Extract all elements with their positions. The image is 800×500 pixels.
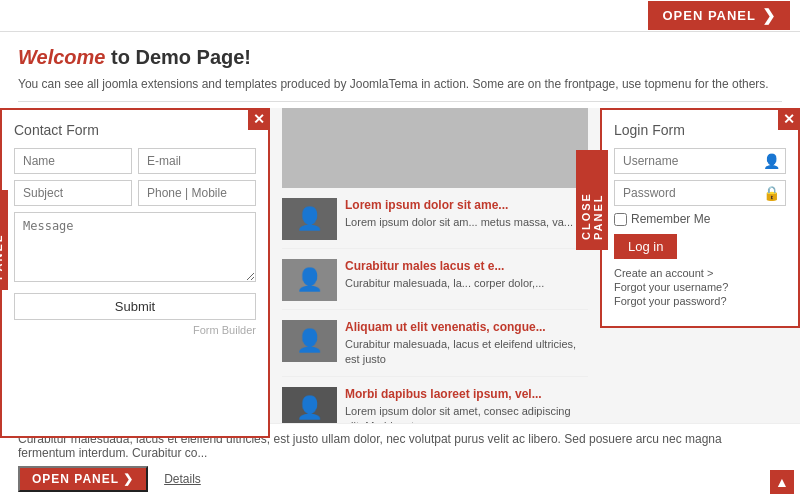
open-panel-button[interactable]: OPEN PANEL ❯ bbox=[648, 1, 790, 30]
welcome-title: Welcome to Demo Page! bbox=[18, 46, 782, 69]
close-panel-right-label: CLOSE PANEL bbox=[580, 160, 604, 240]
news-list: 👤 Lorem ipsum dolor sit ame... Lorem ips… bbox=[282, 198, 588, 444]
news-thumbnail: 👤 bbox=[282, 259, 337, 301]
news-item: 👤 Lorem ipsum dolor sit ame... Lorem ips… bbox=[282, 198, 588, 249]
bottom-open-panel-button[interactable]: OPEN PANEL ❯ bbox=[18, 466, 148, 492]
thumb-image-3: 👤 bbox=[282, 320, 337, 362]
forgot-username-link[interactable]: Forgot your username? bbox=[614, 281, 786, 293]
remember-me-row: Remember Me bbox=[614, 212, 786, 226]
form-builder-link[interactable]: Form Builder bbox=[14, 324, 256, 336]
close-x-icon: ✕ bbox=[253, 111, 265, 127]
page-header: Welcome to Demo Page! You can see all jo… bbox=[0, 32, 800, 108]
contact-form-panel: CLOSE PANEL ✕ Contact Form Submit Form B… bbox=[0, 108, 270, 438]
open-panel-label: OPEN PANEL bbox=[662, 8, 756, 23]
remember-me-label: Remember Me bbox=[631, 212, 710, 226]
news-body-1: Lorem ipsum dolor sit ame... Lorem ipsum… bbox=[345, 198, 588, 240]
remember-me-checkbox[interactable] bbox=[614, 213, 627, 226]
password-wrap: 🔒 bbox=[614, 180, 786, 206]
password-input[interactable] bbox=[614, 180, 786, 206]
news-thumbnail: 👤 bbox=[282, 320, 337, 362]
news-item: 👤 Aliquam ut elit venenatis, congue... C… bbox=[282, 320, 588, 377]
login-form-title: Login Form bbox=[614, 122, 786, 138]
panel-row: CLOSE PANEL ✕ Contact Form Submit Form B… bbox=[0, 108, 800, 458]
forgot-username-text: Forgot your username? bbox=[614, 281, 728, 293]
news-thumbnail: 👤 bbox=[282, 198, 337, 240]
submit-button[interactable]: Submit bbox=[14, 293, 256, 320]
news-title-3[interactable]: Aliquam ut elit venenatis, congue... bbox=[345, 320, 588, 334]
close-panel-right-button[interactable]: CLOSE PANEL bbox=[576, 150, 608, 250]
news-title-4[interactable]: Morbi dapibus laoreet ipsum, vel... bbox=[345, 387, 588, 401]
close-panel-left-label: CLOSE PANEL bbox=[0, 200, 4, 280]
username-wrap: 👤 bbox=[614, 148, 786, 174]
form-builder-label: Form Builder bbox=[193, 324, 256, 336]
news-title-2[interactable]: Curabitur males lacus et e... bbox=[345, 259, 588, 273]
username-input[interactable] bbox=[614, 148, 786, 174]
close-panel-left-button[interactable]: CLOSE PANEL bbox=[0, 190, 8, 290]
name-email-row bbox=[14, 148, 256, 174]
login-links: Create an account > Forgot your username… bbox=[614, 267, 786, 307]
name-input[interactable] bbox=[14, 148, 132, 174]
login-form-panel: CLOSE PANEL ✕ Login Form 👤 🔒 Remember Me… bbox=[600, 108, 800, 328]
center-content: 👤 Lorem ipsum dolor sit ame... Lorem ips… bbox=[270, 108, 600, 458]
forgot-password-link[interactable]: Forgot your password? bbox=[614, 295, 786, 307]
news-text-1: Lorem ipsum dolor sit am... metus massa,… bbox=[345, 215, 588, 230]
create-account-link[interactable]: Create an account > bbox=[614, 267, 786, 279]
details-link[interactable]: Details bbox=[164, 472, 201, 486]
phone-input[interactable] bbox=[138, 180, 256, 206]
news-body-2: Curabitur males lacus et e... Curabitur … bbox=[345, 259, 588, 301]
login-button[interactable]: Log in bbox=[614, 234, 677, 259]
news-body-3: Aliquam ut elit venenatis, congue... Cur… bbox=[345, 320, 588, 368]
close-x-icon-right: ✕ bbox=[783, 111, 795, 127]
user-icon: 👤 bbox=[763, 153, 780, 169]
subject-input[interactable] bbox=[14, 180, 132, 206]
subject-phone-row bbox=[14, 180, 256, 206]
thumb-image-2: 👤 bbox=[282, 259, 337, 301]
welcome-subtitle: You can see all joomla extensions and te… bbox=[18, 77, 782, 102]
bottom-open-panel-label: OPEN PANEL bbox=[32, 472, 119, 486]
news-title-1[interactable]: Lorem ipsum dolor sit ame... bbox=[345, 198, 588, 212]
create-account-text: Create an account > bbox=[614, 267, 713, 279]
login-label: Log in bbox=[628, 239, 663, 254]
scroll-up-icon: ▲ bbox=[775, 474, 789, 490]
message-input[interactable] bbox=[14, 212, 256, 282]
chevron-down-icon: ❯ bbox=[762, 6, 776, 25]
bottom-chevron-icon: ❯ bbox=[123, 472, 134, 486]
email-input[interactable] bbox=[138, 148, 256, 174]
close-contact-panel-x[interactable]: ✕ bbox=[248, 108, 270, 130]
welcome-rest-text: to Demo Page! bbox=[105, 46, 251, 68]
news-text-3: Curabitur malesuada, lacus et eleifend u… bbox=[345, 337, 588, 368]
news-text-2: Curabitur malesuada, la... corper dolor,… bbox=[345, 276, 588, 291]
lock-icon: 🔒 bbox=[763, 185, 780, 201]
news-item: 👤 Curabitur males lacus et e... Curabitu… bbox=[282, 259, 588, 310]
slider-area bbox=[282, 108, 588, 188]
forgot-password-text: Forgot your password? bbox=[614, 295, 727, 307]
submit-label: Submit bbox=[115, 299, 155, 314]
close-login-panel-x[interactable]: ✕ bbox=[778, 108, 800, 130]
details-label: Details bbox=[164, 472, 201, 486]
scroll-to-top-button[interactable]: ▲ bbox=[770, 470, 794, 494]
welcome-red-text: Welcome bbox=[18, 46, 105, 68]
contact-form-title: Contact Form bbox=[14, 122, 256, 138]
thumb-image-1: 👤 bbox=[282, 198, 337, 240]
